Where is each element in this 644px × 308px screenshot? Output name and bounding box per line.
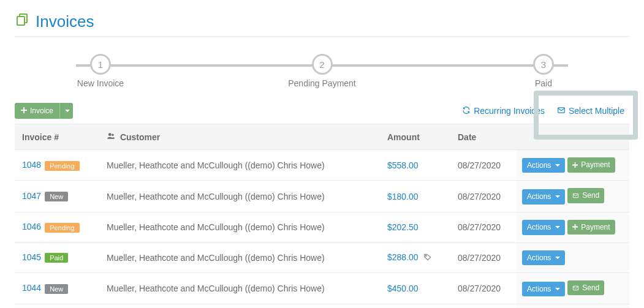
chevron-down-icon — [555, 195, 560, 198]
refresh-icon — [462, 106, 471, 116]
new-invoice-label: Invoice — [30, 107, 53, 115]
date-cell: 08/27/2020 — [452, 181, 516, 212]
recurring-invoices-label: Recurring Invoices — [474, 106, 545, 116]
select-multiple-label: Select Multiple — [569, 106, 624, 116]
new-invoice-split-button: Invoice — [15, 103, 73, 119]
table-row: 1047NewMueller, Heathcote and McCullough… — [15, 181, 629, 212]
step-circle: 3 — [533, 54, 554, 75]
actions-dropdown[interactable]: Actions — [522, 250, 565, 265]
send-button[interactable]: Send — [567, 280, 604, 295]
header-actions — [516, 124, 629, 150]
chevron-down-icon — [555, 164, 560, 167]
plus-icon — [21, 107, 27, 115]
table-row: 1044NewMueller, Heathcote and McCullough… — [15, 273, 629, 304]
actions-dropdown[interactable]: Actions — [522, 282, 565, 296]
envelope-icon — [557, 106, 566, 116]
new-invoice-dropdown[interactable] — [59, 103, 73, 119]
date-cell: 08/27/2020 — [452, 242, 516, 272]
select-multiple-link[interactable]: Select Multiple — [552, 103, 629, 119]
steps-container: 1 New Invoice 2 Pending Payment 3 Paid — [39, 54, 605, 88]
step-label: Pending Payment — [288, 78, 356, 88]
date-cell: 08/27/2020 — [452, 304, 516, 308]
header-amount[interactable]: Amount — [381, 124, 452, 150]
step-2[interactable]: 2 Pending Payment — [261, 54, 384, 88]
actions-dropdown[interactable]: Actions — [522, 220, 565, 235]
copy-icon — [15, 12, 29, 31]
page-title-text: Invoices — [36, 12, 94, 31]
send-button[interactable]: Send — [567, 188, 604, 203]
step-1[interactable]: 1 New Invoice — [39, 54, 162, 88]
plus-icon — [572, 162, 578, 168]
invoice-number-link[interactable]: 1046 — [22, 222, 41, 231]
chevron-down-icon — [555, 288, 560, 290]
svg-point-3 — [108, 133, 112, 137]
svg-rect-1 — [17, 17, 25, 25]
step-circle: 2 — [312, 54, 333, 75]
header-date[interactable]: Date — [452, 124, 516, 150]
header-customer[interactable]: Customer — [100, 124, 381, 150]
actions-dropdown[interactable]: Actions — [522, 189, 565, 204]
envelope-icon — [572, 192, 579, 199]
chevron-down-icon — [65, 110, 70, 112]
status-badge: Pending — [45, 161, 79, 171]
customer-cell: Mueller, Heathcote and McCullough ((demo… — [100, 304, 381, 308]
plus-icon — [572, 224, 578, 230]
amount-link[interactable]: $288.00 — [387, 252, 419, 262]
actions-dropdown[interactable]: Actions — [522, 158, 565, 173]
table-header-row: Invoice # Customer Amount Date — [15, 124, 629, 150]
amount-link[interactable]: $450.00 — [387, 284, 419, 293]
customer-cell: Mueller, Heathcote and McCullough ((demo… — [100, 150, 381, 181]
table-row: 1043NewMueller, Heathcote and McCullough… — [15, 304, 629, 308]
chevron-down-icon — [555, 226, 560, 228]
table-row: 1048PendingMueller, Heathcote and McCull… — [15, 150, 629, 181]
page-title: Invoices — [15, 12, 629, 37]
table-row: 1045PaidMueller, Heathcote and McCulloug… — [15, 242, 629, 272]
customer-cell: Mueller, Heathcote and McCullough ((demo… — [100, 273, 381, 304]
toolbar: Invoice Recurring Invoices Select Multip… — [15, 103, 629, 119]
invoice-number-link[interactable]: 1044 — [22, 283, 41, 293]
payment-button[interactable]: Payment — [567, 220, 615, 235]
envelope-icon — [572, 285, 579, 291]
step-circle: 1 — [90, 54, 111, 75]
status-badge: Pending — [45, 223, 79, 233]
header-customer-label: Customer — [120, 132, 160, 142]
payment-button[interactable]: Payment — [567, 157, 615, 172]
invoice-number-link[interactable]: 1045 — [22, 252, 41, 262]
svg-point-4 — [112, 134, 114, 137]
customer-cell: Mueller, Heathcote and McCullough ((demo… — [100, 212, 381, 242]
amount-link[interactable]: $180.00 — [387, 192, 419, 201]
amount-link[interactable]: $558.00 — [387, 160, 419, 170]
chevron-down-icon — [555, 257, 560, 259]
status-badge: New — [45, 192, 68, 201]
recurring-invoices-link[interactable]: Recurring Invoices — [457, 103, 550, 119]
toolbar-right: Recurring Invoices Select Multiple — [457, 103, 629, 119]
step-3[interactable]: 3 Paid — [482, 54, 605, 88]
date-cell: 08/27/2020 — [452, 273, 516, 304]
invoices-table: Invoice # Customer Amount Date 1048Pendi… — [15, 124, 629, 308]
amount-link[interactable]: $202.50 — [387, 222, 419, 232]
step-label: Paid — [535, 78, 552, 88]
invoice-number-link[interactable]: 1048 — [22, 160, 41, 170]
new-invoice-button[interactable]: Invoice — [15, 103, 59, 119]
header-invoice[interactable]: Invoice # — [15, 124, 100, 150]
table-row: 1046PendingMueller, Heathcote and McCull… — [15, 212, 629, 242]
date-cell: 08/27/2020 — [452, 212, 516, 242]
users-icon — [107, 132, 118, 142]
status-badge: New — [45, 284, 68, 294]
svg-point-6 — [425, 255, 426, 257]
step-label: New Invoice — [77, 78, 124, 88]
date-cell: 08/27/2020 — [452, 150, 516, 181]
status-badge: Paid — [45, 253, 68, 263]
invoice-number-link[interactable]: 1047 — [22, 191, 41, 201]
customer-cell: Mueller, Heathcote and McCullough ((demo… — [100, 242, 381, 272]
tag-icon — [423, 254, 432, 263]
customer-cell: Mueller, Heathcote and McCullough ((demo… — [100, 181, 381, 212]
